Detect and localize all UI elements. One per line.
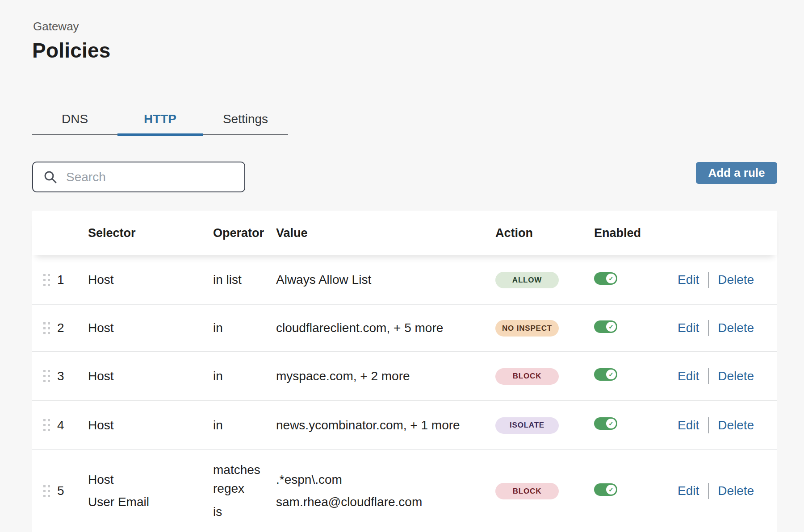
tab-dns[interactable]: DNS (32, 104, 117, 134)
selector-value: Host (88, 320, 213, 336)
edit-link[interactable]: Edit (678, 484, 699, 498)
value-text: Always Allow List (276, 272, 495, 288)
action-badge: ALLOW (495, 272, 559, 288)
row-number: 2 (57, 321, 88, 335)
search-input[interactable] (66, 170, 236, 184)
table-row: 4 Host in news.ycombinator.com, + 1 more… (32, 400, 777, 449)
drag-handle-icon[interactable] (43, 274, 57, 286)
operator-value: in list (213, 270, 269, 289)
table-row: 3 Host in myspace.com, + 2 more BLOCK ✓ … (32, 351, 777, 400)
edit-link[interactable]: Edit (678, 273, 699, 287)
operator-value: in (213, 367, 269, 386)
drag-handle-icon[interactable] (43, 485, 57, 497)
check-icon: ✓ (606, 485, 616, 495)
enabled-toggle[interactable]: ✓ (594, 483, 617, 496)
edit-link[interactable]: Edit (678, 418, 699, 432)
value-text: myspace.com, + 2 more (276, 368, 495, 384)
tab-http[interactable]: HTTP (117, 104, 203, 134)
link-divider (708, 368, 709, 384)
action-badge: NO INSPECT (495, 320, 559, 337)
value-text: cloudflareclient.com, + 5 more (276, 320, 495, 336)
enabled-toggle[interactable]: ✓ (594, 417, 617, 430)
drag-handle-icon[interactable] (43, 370, 57, 382)
table-row: 5 Host User Email matches regex is .*esp… (32, 449, 777, 532)
action-badge: BLOCK (495, 483, 559, 499)
search-icon (44, 170, 57, 184)
enabled-toggle[interactable]: ✓ (594, 368, 617, 381)
check-icon: ✓ (606, 322, 616, 332)
policies-table: Selector Operator Value Action Enabled 1… (32, 211, 777, 532)
column-header-value: Value (276, 226, 495, 240)
action-badge: ISOLATE (495, 417, 559, 434)
edit-link[interactable]: Edit (678, 369, 699, 383)
link-divider (708, 272, 709, 288)
link-divider (708, 483, 709, 499)
delete-link[interactable]: Delete (718, 369, 754, 383)
check-icon: ✓ (606, 370, 616, 379)
link-divider (708, 417, 709, 433)
operator-value: matches regex (213, 461, 269, 498)
table-row: 1 Host in list Always Allow List ALLOW ✓… (32, 255, 777, 304)
tab-settings[interactable]: Settings (203, 104, 288, 134)
row-number: 5 (57, 484, 88, 498)
selector-value: Host (88, 472, 213, 488)
column-header-action: Action (495, 226, 594, 240)
enabled-toggle[interactable]: ✓ (594, 320, 617, 333)
action-badge: BLOCK (495, 368, 559, 385)
search-box[interactable] (32, 162, 245, 192)
column-header-enabled: Enabled (594, 226, 678, 240)
check-icon: ✓ (606, 274, 616, 283)
selector-value: Host (88, 272, 213, 288)
operator-value: in (213, 416, 269, 435)
row-number: 4 (57, 418, 88, 432)
delete-link[interactable]: Delete (718, 321, 754, 335)
drag-handle-icon[interactable] (43, 419, 57, 431)
page-title: Policies (32, 38, 110, 62)
check-icon: ✓ (606, 419, 616, 428)
selector-value: Host (88, 368, 213, 384)
enabled-toggle[interactable]: ✓ (594, 272, 617, 285)
link-divider (708, 320, 709, 336)
drag-handle-icon[interactable] (43, 322, 57, 334)
row-number: 3 (57, 369, 88, 383)
add-rule-button[interactable]: Add a rule (696, 162, 777, 184)
column-header-operator: Operator (213, 226, 276, 240)
delete-link[interactable]: Delete (718, 273, 754, 287)
delete-link[interactable]: Delete (718, 418, 754, 432)
value-text: news.ycombinator.com, + 1 more (276, 417, 495, 433)
operator-value: is (213, 503, 269, 521)
row-number: 1 (57, 273, 88, 287)
selector-value: Host (88, 417, 213, 433)
operator-value: in (213, 319, 269, 337)
delete-link[interactable]: Delete (718, 484, 754, 498)
value-text: sam.rhea@cloudflare.com (276, 494, 495, 510)
edit-link[interactable]: Edit (678, 321, 699, 335)
column-header-selector: Selector (88, 226, 213, 240)
table-header-row: Selector Operator Value Action Enabled (32, 211, 777, 255)
selector-value: User Email (88, 494, 213, 510)
breadcrumb: Gateway (33, 20, 79, 33)
table-row: 2 Host in cloudflareclient.com, + 5 more… (32, 304, 777, 351)
tab-bar: DNS HTTP Settings (32, 104, 288, 135)
gateway-policies-page: Gateway Policies DNS HTTP Settings Add a… (0, 0, 804, 532)
value-text: .*espn\.com (276, 472, 495, 488)
